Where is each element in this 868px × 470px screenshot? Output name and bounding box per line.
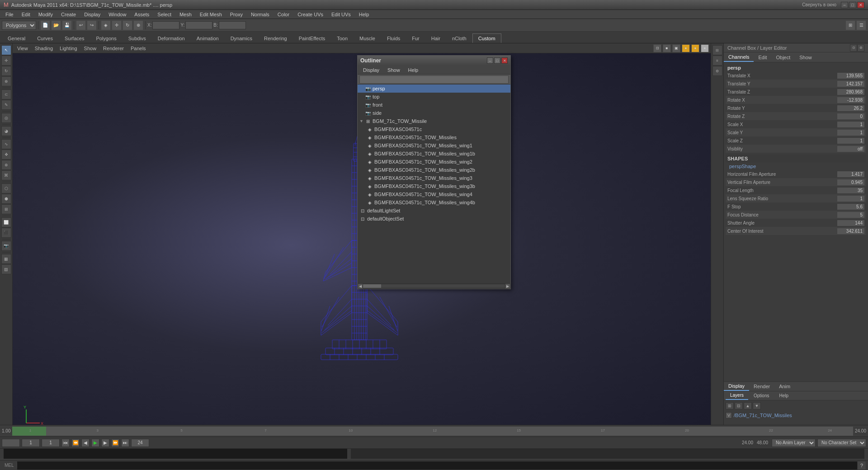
ch-value-7[interactable]: 1 (837, 130, 864, 136)
outliner-minimize-btn[interactable]: – (487, 57, 493, 64)
cb-tab-show[interactable]: Show (795, 53, 816, 61)
lasso-btn[interactable]: ⊂ (1, 89, 11, 99)
outliner-list[interactable]: 📷persp 📷top 📷front 📷side▼⊞BGM_71c_TOW_Mi… (358, 85, 510, 283)
lighting-menu[interactable]: Lighting (57, 45, 80, 52)
tab-fluids[interactable]: Fluids (381, 33, 406, 43)
outliner-item-4[interactable]: ▼⊞BGM_71c_TOW_Missile (358, 117, 510, 125)
timeline-track[interactable]: 1 3 5 7 10 12 15 17 20 22 24 (12, 427, 853, 436)
scale-tool-btn[interactable]: ⊕ (1, 76, 11, 86)
mode-select[interactable]: Polygons (2, 21, 36, 30)
extra-button[interactable]: Свернуть в окно (802, 2, 836, 7)
sch-value-0[interactable]: 1.417 (837, 171, 864, 177)
scroll-thumb[interactable] (363, 284, 381, 288)
attr-ed-btn[interactable]: ≡ (712, 56, 722, 66)
menu-item-edit mesh[interactable]: Edit Mesh (196, 11, 226, 18)
char-set-select[interactable]: No Character Set (817, 439, 866, 447)
layer-subtab-layers[interactable]: Layers (726, 391, 748, 400)
prev-frame-btn[interactable]: ⏪ (71, 439, 80, 447)
sch-value-3[interactable]: 1 (837, 196, 864, 202)
tab-curves[interactable]: Curves (31, 33, 59, 43)
sch-value-2[interactable]: 35 (837, 188, 864, 193)
vp-light1[interactable]: ● (682, 44, 690, 52)
sch-value-1[interactable]: 0.945 (837, 179, 864, 185)
layer-tab-anim[interactable]: Anim (774, 382, 795, 390)
open-file-btn[interactable]: 📂 (51, 20, 61, 30)
tab-surfaces[interactable]: Surfaces (59, 33, 90, 43)
sculpt-btn[interactable]: ∿ (1, 139, 11, 149)
paint-btn[interactable]: ✎ (1, 100, 11, 110)
tab-rendering[interactable]: Rendering (258, 33, 293, 43)
tab-painteffects[interactable]: PaintEffects (293, 33, 331, 43)
menu-item-window[interactable]: Window (105, 11, 130, 18)
ch-value-8[interactable]: 1 (837, 138, 864, 144)
menu-item-normals[interactable]: Normals (247, 11, 273, 18)
x-input[interactable] (152, 21, 179, 29)
layer-new-btn[interactable]: ⊞ (726, 402, 734, 409)
tab-animation[interactable]: Animation (191, 33, 225, 43)
vp-light3[interactable]: ● (701, 44, 709, 52)
tab-deformation[interactable]: Deformation (152, 33, 191, 43)
current-frame-input[interactable]: 1.00 (2, 439, 20, 447)
sch-value-5[interactable]: 5 (837, 212, 864, 218)
ch-value-4[interactable]: 26.2 (837, 105, 864, 111)
view-menu[interactable]: View (14, 45, 31, 52)
ep-btn[interactable]: ⬢ (1, 194, 11, 204)
outliner-item-12[interactable]: ◈BGMFBXASC04571c_TOW_Missiles_wing3b (358, 182, 510, 190)
play-back-btn[interactable]: ◀ (81, 439, 90, 447)
sch-value-7[interactable]: 342.611 (837, 228, 864, 234)
camera-btn[interactable]: 📷 (1, 241, 11, 251)
rotate-tool-btn[interactable]: ↻ (1, 66, 11, 76)
tab-fur[interactable]: Fur (406, 33, 425, 43)
soft-sel-btn[interactable]: ◕ (1, 126, 11, 136)
vp-smooth-btn[interactable]: ■ (663, 44, 671, 52)
tool-sett-btn[interactable]: ⚙ (712, 66, 722, 76)
tab-toon[interactable]: Toon (331, 33, 354, 43)
tab-hair[interactable]: Hair (425, 33, 446, 43)
outliner-item-16[interactable]: ⊡defaultObjectSet (358, 215, 510, 223)
cb-tab-edit[interactable]: Edit (754, 53, 771, 61)
y-input[interactable] (185, 21, 212, 29)
cv-btn[interactable]: ⬡ (1, 183, 11, 193)
menu-item-create uvs[interactable]: Create UVs (294, 11, 327, 18)
new-file-btn[interactable]: 📄 (40, 20, 50, 30)
outliner-close-btn[interactable]: ✕ (501, 57, 508, 64)
menu-item-edit uvs[interactable]: Edit UVs (328, 11, 354, 18)
menu-item-modify[interactable]: Modify (35, 11, 57, 18)
paint-weights-btn[interactable]: ⬜ (1, 217, 11, 227)
outliner-item-7[interactable]: ◈BGMFBXASC04571c_TOW_Missiles_wing1 (358, 141, 510, 150)
undo-btn[interactable]: ↩ (76, 20, 86, 30)
cb-icon1[interactable]: ⊙ (850, 44, 857, 52)
outliner-item-13[interactable]: ◈BGMFBXASC04571c_TOW_Missiles_wing4 (358, 190, 510, 198)
vp-light2[interactable]: ● (691, 44, 699, 52)
redo-btn[interactable]: ↪ (87, 20, 97, 30)
range-start-input[interactable] (22, 439, 40, 447)
save-file-btn[interactable]: 💾 (62, 20, 72, 30)
menu-item-select[interactable]: Select (154, 11, 175, 18)
outliner-help-menu[interactable]: Help (405, 66, 422, 74)
menu-item-edit[interactable]: Edit (18, 11, 34, 18)
layer-up-btn[interactable]: ▲ (744, 402, 752, 409)
outliner-item-3[interactable]: 📷side (358, 109, 510, 117)
outliner-item-1[interactable]: 📷top (358, 93, 510, 101)
tab-ncloth[interactable]: nCloth (446, 33, 472, 43)
play-btn[interactable]: ▶ (91, 439, 99, 447)
range-end-input[interactable] (131, 439, 149, 447)
tab-dynamics[interactable]: Dynamics (225, 33, 258, 43)
channel-box-toggle[interactable]: ⊞ (845, 20, 855, 30)
outliner-maximize-btn[interactable]: □ (494, 57, 500, 64)
move-tool[interactable]: ✛ (112, 20, 122, 30)
prev-end-btn[interactable]: ⏮ (61, 439, 70, 447)
layer-visibility[interactable]: V (726, 412, 732, 418)
paint-skin-btn[interactable]: ⬛ (1, 228, 11, 238)
menu-item-assets[interactable]: Assets (131, 11, 153, 18)
next-frame-btn[interactable]: ⏩ (111, 439, 119, 447)
tab-custom[interactable]: Custom (472, 33, 501, 43)
scroll-right-btn[interactable]: ▶ (505, 283, 510, 289)
ch-value-1[interactable]: 142.157 (837, 81, 864, 87)
vp-wire-on-shade[interactable]: ▣ (672, 44, 680, 52)
sch-value-4[interactable]: 5.6 (837, 204, 864, 210)
next-btn[interactable]: ▶ (101, 439, 109, 447)
ch-value-0[interactable]: 139.565 (837, 73, 864, 79)
mel-help-btn[interactable]: ? (857, 461, 866, 470)
panels-menu[interactable]: Panels (128, 45, 149, 52)
